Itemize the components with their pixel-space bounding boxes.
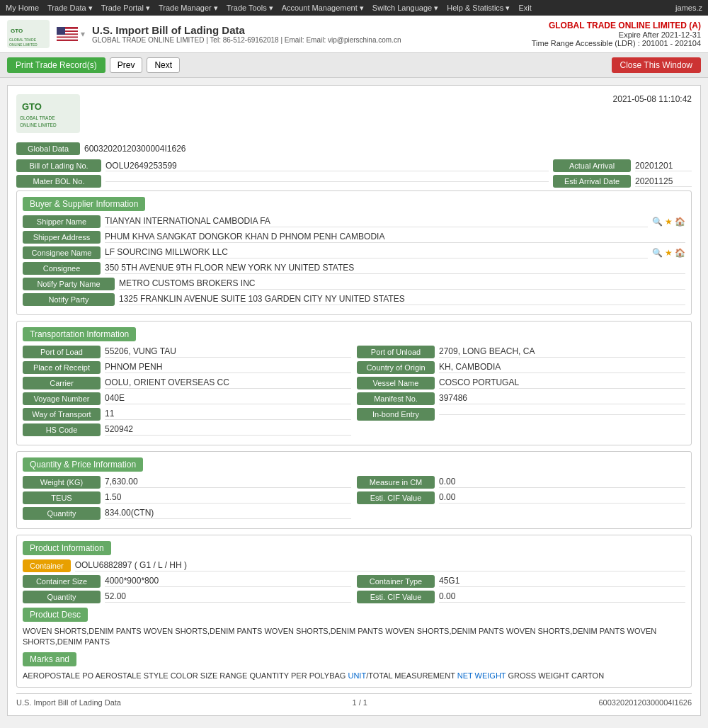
svg-text:ONLINE LIMITED: ONLINE LIMITED: [9, 42, 38, 47]
consignee-row: Consignee 350 5TH AVENUE 9TH FLOOR NEW Y…: [23, 262, 685, 275]
nav-items: My Home Trade Data ▾ Trade Portal ▾ Trad…: [6, 4, 532, 13]
svg-rect-8: [57, 38, 78, 39]
weight-col: Weight (KG) 7,630.00: [23, 476, 351, 489]
shipper-star-icon[interactable]: ★: [665, 217, 673, 227]
place-of-receipt-value: PHNOM PENH: [105, 362, 351, 373]
svg-text:GLOBAL TRADE: GLOBAL TRADE: [9, 38, 37, 42]
marks-container: Marks and AEROPOSTALE PO AEROSTALE STYLE…: [23, 652, 685, 681]
actual-arrival-value: 20201201: [635, 161, 692, 171]
port-row: Port of Load 55206, VUNG TAU Port of Unl…: [23, 346, 685, 358]
in-bond-entry-label: In-bond Entry: [357, 408, 435, 421]
record-logo: GTO GLOBAL TRADE ONLINE LIMITED: [16, 94, 80, 135]
notify-party-name-label: Notify Party Name: [23, 278, 115, 290]
top-toolbar: Print Trade Record(s) Prev Next Close Th…: [0, 53, 708, 78]
consignee-search-icon[interactable]: 🔍: [652, 248, 663, 258]
container-size-type-row: Container Size 4000*900*800 Container Ty…: [23, 575, 685, 588]
teus-cif-row: TEUS 1.50 Esti. CIF Value 0.00: [23, 491, 685, 504]
shipper-address-label: Shipper Address: [23, 231, 101, 244]
top-navigation: My Home Trade Data ▾ Trade Portal ▾ Trad…: [0, 0, 708, 16]
container-cif-col: Esti. CIF Value 0.00: [357, 591, 685, 603]
weight-label: Weight (KG): [23, 476, 101, 489]
container-button[interactable]: Container: [23, 559, 71, 572]
shipper-search-icon[interactable]: 🔍: [652, 217, 663, 227]
gto-logo: GTO GLOBAL TRADE ONLINE LIMITED: [7, 20, 50, 48]
shipper-name-value: TIANYAN INTERNATIONAL CAMBODIA FA: [105, 216, 648, 227]
record-header: GTO GLOBAL TRADE ONLINE LIMITED 2021-05-…: [16, 94, 692, 135]
nav-switch-language[interactable]: Switch Language ▾: [372, 4, 438, 13]
record-footer-label: U.S. Import Bill of Lading Data: [16, 698, 121, 707]
manifest-no-col: Manifest No. 397486: [357, 392, 685, 405]
esti-cif-col: Esti. CIF Value 0.00: [357, 491, 685, 504]
nav-exit[interactable]: Exit: [518, 4, 531, 13]
shipper-home-icon[interactable]: 🏠: [675, 217, 685, 227]
vessel-name-value: COSCO PORTUGAL: [439, 377, 685, 389]
measure-cm-value: 0.00: [439, 477, 685, 488]
teus-col: TEUS 1.50: [23, 491, 351, 504]
in-bond-entry-value: [439, 414, 685, 415]
nav-trade-portal[interactable]: Trade Portal ▾: [101, 4, 150, 13]
shipper-address-value: PHUM KHVA SANGKAT DONGKOR KHAN D PHNOM P…: [105, 232, 685, 243]
quantity-price-header: Quantity & Price Information: [23, 457, 143, 472]
port-of-unload-col: Port of Unload 2709, LONG BEACH, CA: [357, 346, 685, 358]
nav-trade-data[interactable]: Trade Data ▾: [47, 4, 93, 13]
header-title-block: U.S. Import Bill of Lading Data GLOBAL T…: [92, 24, 401, 44]
record-datetime: 2021-05-08 11:10:42: [613, 94, 692, 104]
buyer-supplier-header: Buyer & Supplier Information: [23, 197, 145, 211]
place-of-receipt-label: Place of Receipt: [23, 361, 101, 374]
nav-my-home[interactable]: My Home: [6, 4, 39, 13]
hs-code-value: 520942: [105, 424, 351, 436]
quantity-label: Quantity: [23, 507, 101, 520]
gto-company-name: GLOBAL TRADE ONLINE LIMITED (A): [532, 21, 701, 30]
close-button[interactable]: Close This Window: [612, 57, 701, 73]
consignee-star-icon[interactable]: ★: [665, 248, 673, 258]
prev-button[interactable]: Prev: [110, 57, 143, 73]
user-info: james.z: [675, 4, 702, 12]
consignee-name-value: LF SOURCING MILLWORK LLC: [105, 247, 648, 258]
container-qty-value: 52.00: [105, 591, 351, 603]
teus-value: 1.50: [105, 492, 351, 504]
main-content: GTO GLOBAL TRADE ONLINE LIMITED 2021-05-…: [0, 78, 708, 728]
svg-text:GTO: GTO: [11, 28, 23, 34]
notify-party-name-value: METRO CUSTOMS BROKERS INC: [119, 278, 685, 290]
port-of-unload-label: Port of Unload: [357, 346, 435, 358]
consignee-name-row: Consignee Name LF SOURCING MILLWORK LLC …: [23, 246, 685, 259]
hs-code-label: HS Code: [23, 423, 101, 436]
bol-value: OOLU2649253599: [105, 161, 549, 171]
nav-account-management[interactable]: Account Management ▾: [282, 4, 364, 13]
measure-cm-col: Measure in CM 0.00: [357, 476, 685, 489]
quantity-empty-col: [357, 507, 685, 520]
next-button[interactable]: Next: [147, 57, 180, 73]
consignee-home-icon[interactable]: 🏠: [675, 248, 685, 258]
notify-party-row: Notify Party 1325 FRANKLIN AVENUE SUITE …: [23, 293, 685, 306]
quantity-row: Quantity 834.00(CTN): [23, 507, 685, 520]
shipper-icons: 🔍 ★ 🏠: [652, 217, 685, 227]
mater-bol-label: Mater BOL No.: [16, 175, 101, 188]
mater-bol-row: Mater BOL No. Esti Arrival Date 20201125: [16, 175, 692, 188]
svg-text:GLOBAL TRADE: GLOBAL TRADE: [20, 115, 55, 120]
nav-trade-manager[interactable]: Trade Manager ▾: [159, 4, 218, 13]
buyer-supplier-section: Buyer & Supplier Information Shipper Nam…: [16, 190, 692, 315]
print-button[interactable]: Print Trade Record(s): [7, 57, 105, 73]
container-type-value: 45G1: [439, 576, 685, 587]
notify-party-name-row: Notify Party Name METRO CUSTOMS BROKERS …: [23, 278, 685, 290]
container-cif-value: 0.00: [439, 591, 685, 603]
page-subtitle: GLOBAL TRADE ONLINE LIMITED | Tel: 86-51…: [92, 36, 401, 44]
actual-arrival-label: Actual Arrival: [553, 159, 631, 172]
container-qty-label: Quantity: [23, 591, 101, 603]
container-row: Container OOLU6882897 ( G1 / L / HH ): [23, 559, 685, 572]
header-left: GTO GLOBAL TRADE ONLINE LIMITED ▾ U.S. I…: [7, 20, 401, 48]
shipper-address-row: Shipper Address PHUM KHVA SANGKAT DONGKO…: [23, 231, 685, 244]
expire-info: Expire After 2021-12-31: [532, 30, 701, 39]
header-right: GLOBAL TRADE ONLINE LIMITED (A) Expire A…: [532, 21, 701, 47]
voyage-number-label: Voyage Number: [23, 392, 101, 405]
record-card: GTO GLOBAL TRADE ONLINE LIMITED 2021-05-…: [7, 85, 701, 716]
notify-party-value: 1325 FRANKLIN AVENUE SUITE 103 GARDEN CI…: [119, 294, 685, 305]
flag-arrow: ▾: [81, 29, 85, 39]
product-desc-header: Product Desc: [23, 608, 88, 622]
notify-party-label: Notify Party: [23, 293, 115, 306]
product-desc-container: Product Desc WOVEN SHORTS,DENIM PANTS WO…: [23, 608, 685, 648]
nav-help-statistics[interactable]: Help & Statistics ▾: [447, 4, 510, 13]
flag-selector[interactable]: ▾: [57, 27, 85, 41]
nav-trade-tools[interactable]: Trade Tools ▾: [227, 4, 273, 13]
page-header: GTO GLOBAL TRADE ONLINE LIMITED ▾ U.S. I…: [0, 16, 708, 53]
